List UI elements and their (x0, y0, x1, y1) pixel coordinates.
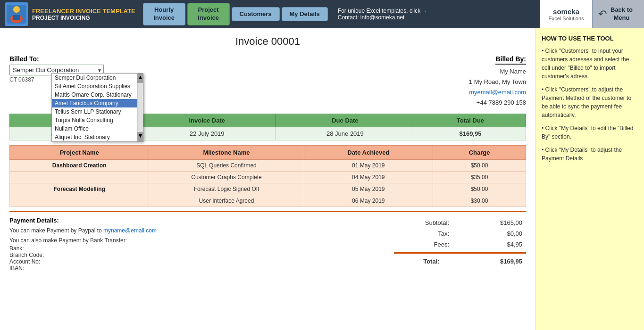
col-header-due-date-label: Due Date (275, 114, 415, 127)
totals-divider (394, 252, 526, 254)
table-row: User Interface Agreed 06 May 2019 $30,00 (10, 195, 526, 207)
items-divider (9, 211, 526, 212)
dropdown-item-4[interactable]: Amet Faucibus Company (52, 99, 137, 107)
fees-value: $4,95 (453, 239, 525, 249)
contact-text: Contact: info@someka.net (338, 14, 533, 21)
promo-area: For unique Excel templates, click → Cont… (331, 0, 540, 28)
payment-section: Payment Details: You can make Payment by… (9, 217, 526, 272)
tax-row: Tax: $0,00 (395, 229, 525, 239)
payment-email: myname@email.com (103, 227, 157, 234)
hourly-invoice-button[interactable]: HourlyInvoice (143, 3, 185, 25)
dropdown-item-8[interactable]: Aliquet Inc. Stationary (52, 133, 137, 141)
billed-to-section: Billed To: Semper Dui Corporation ▼ Semp… (9, 55, 268, 83)
billed-by-name: My Name (268, 66, 527, 77)
payment-line2: You can also make Payment by Bank Transf… (9, 236, 385, 245)
project-name-4 (10, 195, 149, 207)
dropdown-item-1[interactable]: Semper Dui Corporation (52, 74, 137, 82)
project-name-3: Forecast Modelling (10, 183, 149, 195)
date-4: 06 May 2019 (304, 195, 433, 207)
billed-by-section: Billed By: My Name 1 My Road, My Town my… (268, 55, 527, 108)
payment-line1-prefix: You can make Payment by Paypal to (9, 227, 103, 234)
logo-title: FREELANCER INVOICE TEMPLATE (32, 8, 135, 15)
branch-label: Branch Code: (9, 252, 385, 258)
project-invoice-button[interactable]: ProjectInvoice (187, 3, 230, 25)
items-table: Project Name Milestone Name Date Achieve… (9, 145, 526, 207)
charge-3: $50,00 (433, 183, 526, 195)
charge-2: $35,00 (433, 172, 526, 183)
milestone-3: Forecast Logic Signed Off (149, 183, 304, 195)
back-arrow-icon: ↶ (598, 8, 607, 20)
milestone-1: SQL Queries Confirmed (149, 160, 304, 172)
payment-title: Payment Details: (9, 217, 385, 224)
customers-button[interactable]: Customers (232, 7, 280, 22)
billed-by-address: 1 My Road, My Town (268, 77, 527, 87)
logo-subtitle: PROJECT INVOICING (32, 15, 135, 21)
total-due-cell: $169,95 (415, 127, 526, 140)
table-row: Forecast Modelling Forecast Logic Signed… (10, 183, 526, 195)
brand-logo: someka Excel Solutions (540, 0, 592, 28)
fees-label: Fees: (395, 239, 452, 249)
dropdown-item-5[interactable]: Tellus Sem LLP Stationary (52, 107, 137, 116)
dropdown-item-6[interactable]: Turpis Nulla Consulting (52, 116, 137, 124)
sidebar-item-1: Click "Customers" to input your customer… (542, 47, 638, 81)
scroll-up[interactable]: ▲ (137, 74, 143, 83)
brand-name: someka (553, 8, 579, 16)
main-area: Invoice 00001 Billed To: Semper Dui Corp… (0, 28, 644, 330)
invoice-date-cell: 22 July 2019 (139, 127, 275, 140)
charge-1: $50,00 (433, 160, 526, 172)
bank-label: Bank: (9, 245, 385, 252)
my-details-button[interactable]: My Details (282, 7, 328, 22)
help-sidebar: HOW TO USE THE TOOL Click "Customers" to… (535, 28, 644, 330)
sidebar-title: HOW TO USE THE TOOL (542, 35, 638, 42)
billed-to-label: Billed To: (9, 55, 268, 63)
dropdown-item-3[interactable]: Mattis Ornare Corp. Stationary (52, 91, 137, 99)
total-final-table: Total: $169,95 (394, 256, 526, 267)
payment-left: Payment Details: You can make Payment by… (9, 217, 385, 272)
totals-section: Subtotal: $165,00 Tax: $0,00 Fees: $4,95 (394, 217, 526, 272)
invoice-title: Invoice 00001 (9, 35, 526, 48)
billed-by-phone: +44 7889 290 158 (268, 98, 527, 108)
subtotal-label: Subtotal: (395, 218, 452, 228)
totals-table: Subtotal: $165,00 Tax: $0,00 Fees: $4,95 (394, 217, 526, 250)
sidebar-item-4: Click "My Details" to adjust the Payment… (542, 146, 638, 163)
milestone-2: Customer Graphs Complete (149, 172, 304, 183)
milestone-4: User Interface Agreed (149, 195, 304, 207)
billed-by-label: Billed By: (495, 55, 526, 65)
due-date-cell: 28 June 2019 (275, 127, 415, 140)
logo-area: FREELANCER INVOICE TEMPLATE PROJECT INVO… (0, 0, 140, 28)
charge-4: $30,00 (433, 195, 526, 207)
table-row: Dashboard Creation SQL Queries Confirmed… (10, 160, 526, 172)
nav-buttons: HourlyInvoice ProjectInvoice Customers M… (140, 0, 331, 28)
scroll-down[interactable]: ▼ (137, 132, 143, 141)
promo-text: For unique Excel templates, click → (338, 8, 533, 14)
tax-value: $0,00 (453, 229, 525, 239)
payment-line1: You can make Payment by Paypal to myname… (9, 226, 385, 235)
date-3: 05 May 2019 (304, 183, 433, 195)
header: FREELANCER INVOICE TEMPLATE PROJECT INVO… (0, 0, 644, 28)
project-name-2 (10, 172, 149, 183)
col-project-name: Project Name (10, 146, 149, 160)
date-1: 01 May 2019 (304, 160, 433, 172)
subtotal-value: $165,00 (453, 218, 525, 228)
total-label: Total: (395, 256, 443, 266)
col-header-invoice-date-label: Invoice Date (139, 114, 275, 127)
total-value: $169,95 (443, 256, 525, 266)
sidebar-item-3: Click "My Details" to edit the "Billed B… (542, 124, 638, 141)
project-name-1: Dashboard Creation (10, 160, 149, 172)
dropdown-item-7[interactable]: Nullam Office (52, 124, 137, 133)
total-row: Total: $169,95 (395, 256, 525, 266)
tax-label: Tax: (395, 229, 452, 239)
table-row: Customer Graphs Complete 04 May 2019 $35… (10, 172, 526, 183)
dropdown-item-2[interactable]: Sit Amet Corporation Supplies (52, 82, 137, 91)
col-milestone-name: Milestone Name (149, 146, 304, 160)
account-label: Account No: (9, 258, 385, 265)
billed-row: Billed To: Semper Dui Corporation ▼ Semp… (9, 55, 526, 108)
invoice-content: Invoice 00001 Billed To: Semper Dui Corp… (0, 28, 535, 330)
back-to-menu-button[interactable]: ↶ Back toMenu (592, 0, 644, 28)
col-header-total-due-label: Total Due (415, 114, 526, 127)
col-date-achieved: Date Achieved (304, 146, 433, 160)
sidebar-item-2: Click "Customers" to adjust the Payment … (542, 85, 638, 119)
logo-text: FREELANCER INVOICE TEMPLATE PROJECT INVO… (32, 8, 135, 21)
brand-subtitle: Excel Solutions (548, 16, 584, 21)
fees-row: Fees: $4,95 (395, 239, 525, 249)
